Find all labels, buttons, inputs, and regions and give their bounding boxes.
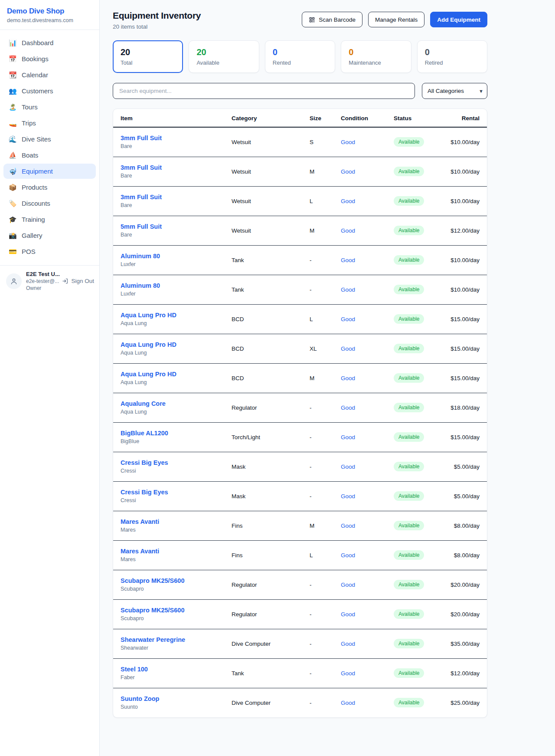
item-link[interactable]: 5mm Full Suit: [121, 223, 162, 230]
search-input[interactable]: [113, 83, 415, 99]
size-cell: M: [306, 216, 337, 245]
item-link[interactable]: Aqualung Core: [121, 400, 166, 407]
condition-link[interactable]: Good: [341, 582, 355, 588]
condition-link[interactable]: Good: [341, 463, 355, 470]
table-row: Aluminum 80LuxferTank-GoodAvailable$10.0…: [113, 245, 487, 275]
item-link[interactable]: Scubapro MK25/S600: [121, 607, 184, 614]
item-link[interactable]: 3mm Full Suit: [121, 164, 162, 171]
rental-cell: $10.00/day: [446, 127, 487, 157]
item-link[interactable]: Scubapro MK25/S600: [121, 577, 184, 584]
item-link[interactable]: Mares Avanti: [121, 548, 159, 555]
scan-barcode-button[interactable]: Scan Barcode: [302, 12, 362, 27]
condition-link[interactable]: Good: [341, 257, 355, 263]
sidebar-item-tours[interactable]: 🏝️Tours: [3, 99, 96, 115]
manage-rentals-button[interactable]: Manage Rentals: [368, 12, 424, 27]
item-link[interactable]: Cressi Big Eyes: [121, 459, 168, 466]
condition-link[interactable]: Good: [341, 611, 355, 618]
stat-card-available[interactable]: 20Available: [189, 40, 259, 73]
add-equipment-button[interactable]: Add Equipment: [430, 12, 487, 27]
table-row: 3mm Full SuitBareWetsuitMGoodAvailable$1…: [113, 157, 487, 186]
condition-link[interactable]: Good: [341, 227, 355, 234]
sidebar-item-customers[interactable]: 👥Customers: [3, 83, 96, 99]
add-equipment-label: Add Equipment: [437, 16, 480, 23]
condition-link[interactable]: Good: [341, 345, 355, 352]
wave-icon: 🌊: [9, 136, 16, 142]
condition-link[interactable]: Good: [341, 552, 355, 559]
item-link[interactable]: 3mm Full Suit: [121, 135, 162, 141]
table-row: 3mm Full SuitBareWetsuitLGoodAvailable$1…: [113, 186, 487, 216]
category-cell: Wetsuit: [228, 127, 306, 157]
status-badge: Available: [394, 462, 424, 471]
tag-icon: 🏷️: [9, 200, 16, 207]
sidebar-item-gallery[interactable]: 📸Gallery: [3, 228, 96, 243]
sidebar-item-equipment[interactable]: 🤿Equipment: [3, 164, 96, 179]
sidebar-item-calendar[interactable]: 📆Calendar: [3, 67, 96, 82]
condition-link[interactable]: Good: [341, 523, 355, 529]
status-badge: Available: [394, 196, 424, 206]
sidebar-item-pos[interactable]: 💳POS: [3, 244, 96, 259]
table-row: 3mm Full SuitBareWetsuitSGoodAvailable$1…: [113, 127, 487, 157]
item-link[interactable]: Aluminum 80: [121, 253, 160, 260]
rental-cell: $20.00/day: [446, 599, 487, 629]
condition-link[interactable]: Good: [341, 670, 355, 677]
item-brand: Suunto: [121, 704, 225, 710]
stat-value: 0: [273, 47, 327, 57]
stat-card-rented[interactable]: 0Rented: [265, 40, 335, 73]
table-row: Scubapro MK25/S600ScubaproRegulator-Good…: [113, 599, 487, 629]
condition-link[interactable]: Good: [341, 168, 355, 175]
condition-link[interactable]: Good: [341, 434, 355, 440]
item-brand: Mares: [121, 527, 225, 533]
condition-link[interactable]: Good: [341, 198, 355, 204]
item-link[interactable]: Aluminum 80: [121, 282, 160, 289]
sidebar-item-dive-sites[interactable]: 🌊Dive Sites: [3, 131, 96, 147]
table-row: BigBlue AL1200BigBlueTorch/Light-GoodAva…: [113, 422, 487, 452]
item-link[interactable]: 3mm Full Suit: [121, 194, 162, 201]
stat-card-retired[interactable]: 0Retired: [417, 40, 487, 73]
item-link[interactable]: Suunto Zoop: [121, 695, 159, 702]
sidebar-item-dashboard[interactable]: 📊Dashboard: [3, 35, 96, 50]
sidebar-item-label: Trips: [22, 119, 36, 127]
condition-link[interactable]: Good: [341, 641, 355, 647]
condition-link[interactable]: Good: [341, 139, 355, 145]
sidebar-item-bookings[interactable]: 📅Bookings: [3, 51, 96, 66]
category-select[interactable]: All Categories: [422, 83, 487, 99]
condition-link[interactable]: Good: [341, 286, 355, 293]
brand-domain: demo.test.divestreams.com: [7, 17, 92, 23]
condition-cell: Good: [337, 452, 390, 481]
item-link[interactable]: Shearwater Peregrine: [121, 636, 185, 643]
condition-link[interactable]: Good: [341, 700, 355, 706]
condition-cell: Good: [337, 157, 390, 186]
item-cell: Shearwater PeregrineShearwater: [113, 629, 228, 658]
qr-scan-icon: [309, 16, 315, 23]
sidebar-item-training[interactable]: 🎓Training: [3, 212, 96, 227]
condition-link[interactable]: Good: [341, 316, 355, 322]
equipment-table-card: ItemCategorySizeConditionStatusRental 3m…: [113, 108, 487, 718]
status-badge: Available: [394, 580, 424, 589]
table-row: Mares AvantiMaresFinsMGoodAvailable$8.00…: [113, 511, 487, 540]
sidebar-item-boats[interactable]: ⛵Boats: [3, 148, 96, 163]
stat-card-maintenance[interactable]: 0Maintenance: [341, 40, 411, 73]
brand-name[interactable]: Demo Dive Shop: [7, 7, 92, 16]
item-link[interactable]: Aqua Lung Pro HD: [121, 312, 176, 319]
item-link[interactable]: Steel 100: [121, 666, 148, 673]
condition-link[interactable]: Good: [341, 375, 355, 381]
sidebar-item-discounts[interactable]: 🏷️Discounts: [3, 196, 96, 211]
item-link[interactable]: Aqua Lung Pro HD: [121, 341, 176, 348]
sign-out-button[interactable]: Sign Out: [61, 276, 95, 286]
status-cell: Available: [390, 216, 446, 245]
condition-link[interactable]: Good: [341, 493, 355, 500]
sidebar-item-trips[interactable]: 🚤Trips: [3, 115, 96, 131]
stat-card-total[interactable]: 20Total: [113, 40, 183, 73]
item-link[interactable]: BigBlue AL1200: [121, 430, 168, 437]
table-header: ItemCategorySizeConditionStatusRental: [113, 109, 487, 127]
size-cell: -: [306, 658, 337, 688]
condition-link[interactable]: Good: [341, 404, 355, 411]
item-link[interactable]: Mares Avanti: [121, 518, 159, 525]
sidebar-item-products[interactable]: 📦Products: [3, 180, 96, 195]
rental-cell: $15.00/day: [446, 334, 487, 363]
item-link[interactable]: Aqua Lung Pro HD: [121, 371, 176, 378]
category-cell: Tank: [228, 245, 306, 275]
item-link[interactable]: Cressi Big Eyes: [121, 489, 168, 496]
equipment-table: ItemCategorySizeConditionStatusRental 3m…: [113, 109, 487, 717]
item-cell: 5mm Full SuitBare: [113, 216, 228, 245]
